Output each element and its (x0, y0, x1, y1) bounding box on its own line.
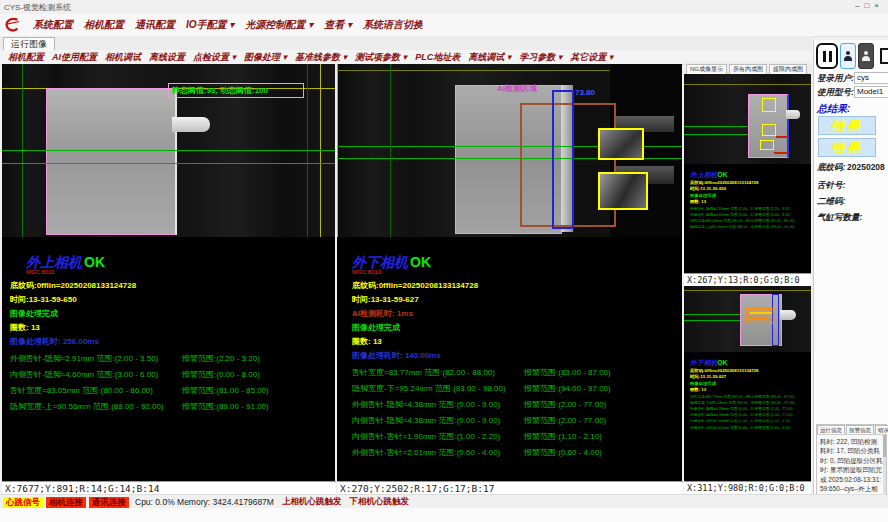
left-camera-view[interactable]: 静态阈值:93, 动态阈值:100 (2, 64, 335, 237)
info-tab-strip: 运行信息 报警信息 错误信息 (817, 425, 886, 435)
model-label: 使用型号: (817, 87, 854, 99)
ring-count-line: 圈数: 13 (10, 323, 332, 332)
app-logo-icon (4, 17, 22, 33)
camera-sub-label: MGC:8010 (352, 269, 678, 276)
menu-camera-config[interactable]: 相机配置 (84, 18, 124, 32)
heartbeat-indicator: 心跳信号 (3, 497, 43, 508)
left-camera-title: 外上相机OK (26, 255, 332, 269)
measurement-row: 外侧舌针-隐脚=4.38mm 范围:(0.00 - 9.00)报警范围:(2.0… (690, 407, 814, 411)
tool-baseline-params[interactable]: 基准线参数 ▾ (295, 51, 347, 64)
tab-error-info[interactable]: 错误信息 (875, 425, 888, 434)
measurement-row: 外侧舌针-舌针=2.61mm 范围:(0.60 - 4.00)报警范围:(0.6… (690, 426, 814, 430)
thumb1-pixel-status-bar: X:267;Y:13;R:0;G:0;B:0 (684, 273, 811, 286)
mini-camera-title: 外上相机OK (690, 170, 814, 179)
measure-value: 隐脚宽度-下=95.24mm 范围:(93.00 - 98.00) (352, 384, 524, 393)
tool-learning-params[interactable]: 学习参数 ▾ (519, 51, 562, 64)
tool-camera-debug[interactable]: 相机调试 (105, 51, 141, 64)
tool-ai-use-config[interactable]: AI使用配置 (52, 51, 97, 64)
code-line: 底纹码:0fflin=20250208133124728 (10, 281, 332, 290)
thumb1-camera-view[interactable] (684, 74, 811, 164)
needle-pin (780, 310, 796, 320)
alarm-range: 报警范围:(2.00 - 77.00) (754, 407, 792, 411)
needle-pin (172, 117, 210, 132)
user-manage-button[interactable] (858, 43, 874, 69)
tab-overlimit-images[interactable]: 超限内成图 (769, 64, 807, 74)
middle-camera-title: 外下相机OK (352, 255, 678, 269)
sidebar-buttons: → (816, 43, 888, 69)
tab-alarm-info[interactable]: 报警信息 (846, 425, 874, 434)
exit-button[interactable]: → (876, 43, 888, 69)
menu-system-config[interactable]: 系统配置 (33, 18, 73, 32)
tool-offline-settings[interactable]: 离线设置 (149, 51, 185, 64)
user-login-button[interactable] (840, 43, 856, 69)
measure-value: 隐脚宽度-下=95.24mm 范围:(93.00 - 98.00) (690, 401, 754, 405)
alarm-range: 报警范围:(89.00 - 91.00) (182, 402, 269, 411)
alarm-range: 报警范围:(0.60 - 4.00) (754, 426, 790, 430)
model-value[interactable]: Model1 (854, 86, 888, 98)
tab-run-info[interactable]: 运行信息 (817, 425, 845, 434)
menu-io-config[interactable]: IO手配置 ▾ (186, 18, 234, 32)
maximize-button[interactable]: □ (864, 1, 874, 10)
time-line: 时间:13-31-59-627 (690, 375, 814, 380)
alarm-range: 报警范围:(94.00 - 97.00) (754, 401, 794, 405)
ai-region-label: AI检测区域 (497, 84, 537, 93)
measurement-row: 内侧舌针-舌针=1.90mm 范围:(1.00 - 2.20)报警范围:(1.1… (690, 419, 814, 423)
green-measure-line (684, 314, 740, 315)
info-scrollbar[interactable] (883, 435, 886, 499)
upper-camera-trigger-status: 上相机心跳触发 (282, 496, 342, 508)
measurement-row: 内侧舌针-隐脚=4.38mm 范围:(0.00 - 9.00)报警范围:(2.0… (352, 416, 678, 425)
menu-language-switch[interactable]: 系统语言切换 (363, 18, 423, 32)
process-done-line: 图像处理完成 (690, 381, 814, 386)
defect-box (762, 98, 776, 112)
middle-result-text: 外下相机OK MGC:8010 底纹码:0fflin=2025020813313… (352, 255, 678, 457)
menu-view[interactable]: 查看 ▾ (324, 18, 352, 32)
pause-button[interactable] (816, 43, 838, 69)
alarm-range: 报警范围:(1.10 - 2.10) (524, 432, 602, 441)
tab-run-image[interactable]: 运行图像 (3, 37, 55, 50)
pattern-code-value: 20250208 (847, 162, 885, 172)
thumb2-camera-view[interactable] (684, 286, 811, 352)
menu-light-control[interactable]: 光源控制配置 ▾ (245, 18, 313, 32)
camera-sub-label: MGC:8011 (26, 269, 332, 276)
qr-code-label: 二维码: (817, 196, 845, 208)
measure-value: 舌针宽度=83.77mm 范围:(82.00 - 88.00) (352, 368, 524, 377)
alarm-range: 报警范围:(0.00 - 8.00) (754, 213, 790, 217)
thumb1-panel: 外上相机OK 底纹码:0fflin=20250208133124728 时间:1… (684, 74, 811, 273)
tool-test-params[interactable]: 测试项参数 ▾ (355, 51, 407, 64)
red-annotation-mark (776, 136, 788, 138)
mini-measurements: 舌针宽度=83.77mm 范围:(82.00 - 88.00)报警范围:(83.… (690, 395, 814, 430)
menu-comm-config[interactable]: 通讯配置 (135, 18, 175, 32)
tool-camera-config[interactable]: 相机配置 (8, 51, 44, 64)
code-line: 底纹码:0fflin=20250208133124728 (690, 181, 814, 186)
tool-offline-debug[interactable]: 离线调试 ▾ (468, 51, 511, 64)
tab-all-images[interactable]: 所有内成图 (729, 64, 767, 74)
app-window: CYS-视觉检测系统 –□× 系统配置 相机配置 通讯配置 IO手配置 ▾ 光源… (0, 0, 888, 522)
measurement-row: 内侧舌针-隐脚=4.60mm 范围:(3.00 - 6.00)报警范围:(0.0… (690, 213, 814, 217)
window-controls: –□× (855, 1, 884, 10)
tool-plc-address-table[interactable]: PLC地址表 (415, 51, 460, 64)
tool-image-processing[interactable]: 图像处理 ▾ (244, 51, 287, 64)
defect-box (598, 128, 644, 160)
tool-spotcheck-settings[interactable]: 点检设置 ▾ (193, 51, 236, 64)
left-pixel-status-bar: X:7677;Y:891;R:14;G:14;B:14 (2, 481, 336, 494)
middle-camera-view[interactable]: AI检测区域 73.80 (337, 64, 682, 237)
tab-ng-display[interactable]: NG成像显示 (686, 64, 727, 74)
lower-camera-trigger-status: 下相机心跳触发 (349, 496, 409, 508)
measure-value: 内侧舌针-隐脚=4.38mm 范围:(0.00 - 9.00) (352, 416, 524, 425)
camera-name: 外下相机 (352, 254, 408, 270)
ai-time-line: AI检测耗时: 1ms (352, 309, 678, 318)
measure-value: 舌针宽度=83.05mm 范围:(80.00 - 86.00) (690, 219, 754, 223)
ring-count-line: 圈数: 13 (690, 387, 814, 392)
measure-value: 内侧舌针-舌针=1.90mm 范围:(1.00 - 2.20) (690, 419, 754, 423)
measure-value: 外侧舌针-隐脚=4.38mm 范围:(0.00 - 9.00) (352, 400, 524, 409)
measurement-row: 内侧舌针-隐脚=4.38mm 范围:(0.00 - 9.00)报警范围:(2.0… (690, 413, 814, 417)
camera-name: 外上相机 (26, 254, 82, 270)
close-button[interactable]: × (874, 1, 884, 10)
alarm-range: 报警范围:(2.00 - 77.00) (754, 413, 792, 417)
alarm-range: 报警范围:(89.00 - 91.00) (754, 225, 794, 229)
mini-measurements: 外侧舌针-隐脚=2.91mm 范围:(2.00 - 3.50)报警范围:(2.2… (690, 207, 814, 230)
threshold-label-box: 静态阈值:93, 动态阈值:100 (168, 83, 304, 98)
login-user-value[interactable]: cys (854, 72, 888, 84)
defect-box (760, 140, 774, 150)
tool-other-settings[interactable]: 其它设置 ▾ (570, 51, 613, 64)
